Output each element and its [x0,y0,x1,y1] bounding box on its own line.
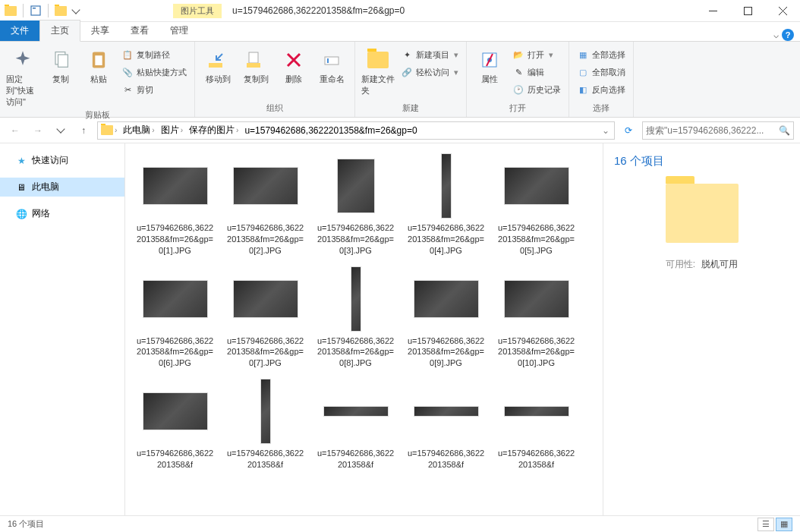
network-icon: 🌐 [15,208,27,220]
search-box[interactable]: 🔍 [642,121,794,140]
nav-up-icon[interactable]: ↑ [74,121,93,140]
history-button[interactable]: 🕑历史记录 [509,81,564,98]
maximize-button[interactable] [730,0,765,22]
file-item[interactable]: u=1579462686,3622201358&fm=26&gp=0[6].JP… [131,263,219,373]
file-name: u=1579462686,3622201358&fm=26&gp=0[4].JP… [405,222,487,257]
invertsel-button[interactable]: ◧反向选择 [574,81,628,98]
file-item[interactable]: u=1579462686,3622201358&fm=26&gp=0[7].JP… [222,263,309,373]
window-controls [695,0,800,22]
sidebar-item-network[interactable]: 🌐网络 [0,204,124,223]
file-item[interactable]: u=1579462686,3622201358&fm=26&gp=0[8].JP… [312,263,399,373]
tab-view[interactable]: 查看 [120,20,159,41]
thumbnail [323,378,389,445]
svg-rect-7 [209,63,222,68]
open-button[interactable]: 📂打开▾ [509,46,564,63]
breadcrumb-saved[interactable]: 保存的图片› [186,122,241,139]
ribbon-group-select: ▦全部选择 ▢全部取消 ◧反向选择 选择 [569,42,634,117]
qat-newfolder-icon[interactable] [55,6,67,16]
thumbnail [323,266,389,332]
clipboard-group-label: 剪贴板 [5,109,190,122]
newfolder-button[interactable]: 新建文件夹 [360,46,396,98]
help-icon[interactable]: ? [782,29,794,41]
breadcrumb-root-icon[interactable]: › [98,122,120,139]
file-item[interactable]: u=1579462686,3622201358&fm=26&gp=0[2].JP… [222,150,309,260]
tab-home[interactable]: 主页 [39,20,80,42]
nav-forward-icon[interactable]: → [29,121,47,140]
file-item[interactable]: u=1579462686,3622201358&fm=26&gp=0[3].JP… [312,150,399,260]
edit-button[interactable]: ✎编辑 [509,64,564,80]
svg-rect-9 [247,63,260,68]
availability-value: 脱机可用 [701,258,738,271]
ribbon-group-open: 属性 📂打开▾ ✎编辑 🕑历史记录 打开 [467,42,569,117]
file-name: u=1579462686,3622201358&f [134,448,216,471]
ribbon-group-organize: 移动到 复制到 删除 重命名 组织 [195,42,355,117]
breadcrumb-dropdown-icon[interactable]: ⌄ [597,125,614,136]
file-item[interactable]: u=1579462686,3622201358&f [493,375,580,474]
open-group-label: 打开 [471,102,564,115]
qat-customize-icon[interactable] [70,5,82,17]
breadcrumb-current[interactable]: u=1579462686,3622201358&fm=26&gp=0 [241,122,420,139]
sidebar-item-this-pc[interactable]: 🖥此电脑 [0,178,124,197]
svg-rect-1 [33,8,36,9]
details-title: 16 个项目 [614,154,789,168]
selectall-button[interactable]: ▦全部选择 [574,46,628,63]
file-item[interactable]: u=1579462686,3622201358&f [312,375,399,474]
file-name: u=1579462686,3622201358&f [496,448,577,471]
search-input[interactable] [646,125,779,136]
view-icons-button[interactable]: ▦ [776,518,792,531]
ribbon-group-clipboard: 固定到"快速访问" 复制 粘贴 📋复制路径 📎粘贴快捷方式 ✂剪切 剪贴板 [0,42,195,117]
pin-button[interactable]: 固定到"快速访问" [5,46,41,109]
file-name: u=1579462686,3622201358&fm=26&gp=0[2].JP… [225,222,306,257]
copyto-button[interactable]: 复制到 [238,46,274,87]
copypath-button[interactable]: 📋复制路径 [118,46,190,63]
close-button[interactable] [765,0,800,22]
moveto-button[interactable]: 移动到 [200,46,236,87]
file-item[interactable]: u=1579462686,3622201358&fm=26&gp=0[1].JP… [131,150,219,260]
file-item[interactable]: u=1579462686,3622201358&f [131,375,219,474]
view-toggle: ☰ ▦ [757,518,792,531]
minimize-button[interactable] [695,0,730,22]
file-name: u=1579462686,3622201358&fm=26&gp=0[8].JP… [315,335,396,370]
file-item[interactable]: u=1579462686,3622201358&fm=26&gp=0[4].JP… [402,150,490,260]
rename-button[interactable]: 重命名 [313,46,350,87]
file-item[interactable]: u=1579462686,3622201358&fm=26&gp=0[10].J… [493,263,580,373]
file-item[interactable]: u=1579462686,3622201358&f [402,375,490,474]
star-icon: ★ [15,155,27,167]
paste-button[interactable]: 粘贴 [80,46,117,87]
view-details-button[interactable]: ☰ [757,518,774,531]
delete-button[interactable]: 删除 [276,46,312,87]
separator [48,4,49,17]
thumbnail [413,266,480,332]
nav-recent-icon[interactable] [52,121,70,140]
contextual-tab-label: 图片工具 [173,4,222,18]
sidebar-item-quick-access[interactable]: ★快速访问 [0,151,124,170]
app-icon [5,6,17,16]
paste-label: 粘贴 [90,74,107,85]
properties-button[interactable]: 属性 [471,46,508,87]
file-item[interactable]: u=1579462686,3622201358&fm=26&gp=0[9].JP… [402,263,490,373]
easyaccess-button[interactable]: 🔗轻松访问▾ [398,64,461,80]
copy-button[interactable]: 复制 [43,46,79,87]
refresh-icon[interactable]: ⟳ [619,121,638,140]
file-view[interactable]: u=1579462686,3622201358&fm=26&gp=0[1].JP… [125,143,603,515]
thumbnail [503,266,570,332]
pasteshortcut-button[interactable]: 📎粘贴快捷方式 [118,64,190,80]
qat-properties-icon[interactable] [30,5,42,17]
svg-rect-10 [325,57,339,65]
thumbnail [503,378,570,445]
file-item[interactable]: u=1579462686,3622201358&f [222,375,309,474]
breadcrumb-pc[interactable]: 此电脑› [120,122,157,139]
selectnone-button[interactable]: ▢全部取消 [574,64,628,80]
breadcrumb[interactable]: › 此电脑› 图片› 保存的图片› u=1579462686,362220135… [97,121,615,140]
nav-back-icon[interactable]: ← [6,121,24,140]
svg-rect-0 [31,6,40,15]
tab-file[interactable]: 文件 [0,20,39,41]
ribbon-expand-icon[interactable]: ⌵ [773,30,779,40]
file-item[interactable]: u=1579462686,3622201358&fm=26&gp=0[5].JP… [493,150,580,260]
window-title: u=1579462686,3622201358&fm=26&gp=0 [222,5,695,16]
cut-button[interactable]: ✂剪切 [118,81,190,98]
breadcrumb-pictures[interactable]: 图片› [158,122,186,139]
newitem-button[interactable]: ✦新建项目▾ [398,46,461,63]
tab-manage[interactable]: 管理 [159,20,199,41]
tab-share[interactable]: 共享 [80,20,120,41]
